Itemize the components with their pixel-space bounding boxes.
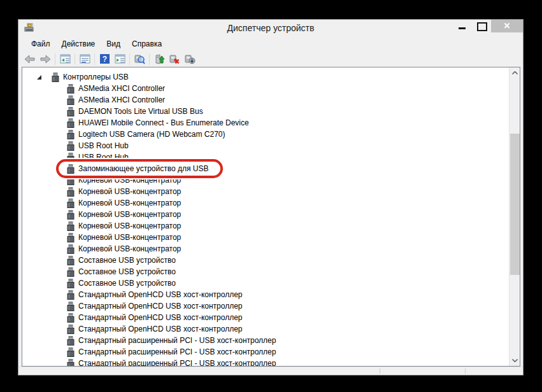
tree-item[interactable]: Составное USB устройство	[67, 277, 509, 289]
tree-item-label: ASMedia XHCI Controller	[78, 95, 165, 104]
usb-device-icon	[67, 153, 75, 162]
tree-item-label: USB Root Hub	[78, 153, 129, 162]
scan-hardware-changes-icon[interactable]	[132, 52, 147, 66]
tree-item[interactable]: HUAWEI Mobile Connect - Bus Enumerate De…	[67, 117, 509, 129]
usb-device-icon	[67, 164, 75, 174]
uninstall-device-icon[interactable]	[167, 52, 182, 66]
usb-device-icon	[67, 210, 75, 220]
disable-device-icon[interactable]	[182, 52, 197, 66]
tree-item[interactable]: Logitech USB Camera (HD Webcam C270)	[67, 129, 509, 140]
tree-item[interactable]: Корневой USB-концентратор	[67, 209, 509, 220]
usb-device-icon	[67, 347, 75, 357]
scroll-up-icon[interactable]	[510, 67, 520, 78]
update-driver-icon[interactable]	[152, 52, 167, 66]
tree-item-label: Стандартный расширенный PCI - USB хост-к…	[78, 336, 276, 345]
tree-item[interactable]: Составное USB устройство	[67, 255, 509, 266]
menu-bar: Файл Действие Вид Справка	[18, 36, 523, 51]
tree-item-label: Корневой USB-концентратор	[78, 187, 181, 196]
tree-item-label: USB Root Hub	[78, 141, 129, 150]
properties-icon[interactable]	[77, 52, 92, 66]
tree-item-label: Корневой USB-концентратор	[78, 221, 181, 230]
usb-device-icon	[67, 95, 75, 105]
tree-item[interactable]: Корневой USB-концентратор	[67, 197, 509, 209]
usb-device-icon	[67, 141, 75, 151]
status-separator	[380, 368, 380, 374]
toolbar: ?	[18, 51, 523, 67]
tree-item[interactable]: Корневой USB-концентратор	[67, 232, 509, 243]
tree-item[interactable]: Корневой USB-концентратор	[67, 186, 509, 197]
usb-device-icon	[67, 84, 75, 94]
tree-item-label: Корневой USB-концентратор	[78, 244, 181, 253]
usb-device-icon	[67, 302, 75, 311]
minimize-button[interactable]	[453, 20, 472, 32]
tree-item-label: Контроллеры USB	[63, 73, 129, 81]
tree-item[interactable]: Корневой USB-концентратор	[67, 243, 509, 255]
tree-item[interactable]: ASMedia XHCI Controller	[67, 83, 509, 94]
tree-item[interactable]: USB Root Hub	[67, 151, 509, 163]
tree-item-usb-controllers[interactable]: Контроллеры USB	[36, 71, 509, 83]
tree-item[interactable]: Стандартный OpenHCD USB хост-контроллер	[67, 312, 509, 323]
usb-device-icon	[67, 359, 75, 367]
usb-device-icon	[67, 187, 75, 197]
tree-item-label: DAEMON Tools Lite Virtual USB Bus	[78, 107, 203, 116]
scroll-down-icon[interactable]	[510, 355, 520, 366]
tree-item-label: Корневой USB-концентратор	[78, 176, 181, 185]
tree-item-label: Запоминающее устройство для USB	[78, 164, 208, 173]
screenshot-background: Диспетчер устройств ✕ Файл Действие Вид …	[0, 0, 542, 392]
vertical-scrollbar[interactable]	[509, 67, 520, 366]
tree-item[interactable]: Стандартный OpenHCD USB хост-контроллер	[67, 300, 509, 312]
tree-item-label: ASMedia XHCI Controller	[78, 84, 165, 93]
usb-device-icon	[67, 199, 75, 208]
usb-device-icon	[52, 73, 59, 82]
status-separator	[465, 368, 466, 374]
usb-device-icon	[67, 107, 75, 116]
device-tree-panel: Контроллеры USB ASMedia XHCI Controller …	[22, 67, 520, 367]
tree-item[interactable]: Корневой USB-концентратор	[67, 174, 509, 186]
tree-item-label: Стандартный OpenHCD USB хост-контроллер	[78, 290, 243, 299]
tree-item-highlighted[interactable]: Запоминающее устройство для USB	[67, 163, 509, 174]
scrollbar-thumb[interactable]	[510, 134, 520, 275]
tree-item[interactable]: Стандартный расширенный PCI - USB хост-к…	[67, 358, 509, 366]
tree-item-label: Корневой USB-концентратор	[78, 210, 181, 219]
tree-item-label: Составное USB устройство	[78, 256, 176, 265]
tree-item-label: Корневой USB-концентратор	[78, 199, 181, 207]
tree-item-label: Стандартный OpenHCD USB хост-контроллер	[78, 313, 243, 322]
toolbar-separator	[94, 53, 95, 65]
action-pane-icon[interactable]	[112, 52, 127, 66]
device-tree: Контроллеры USB ASMedia XHCI Controller …	[22, 67, 509, 366]
tree-item-label: Стандартный OpenHCD USB хост-контроллер	[78, 302, 243, 311]
tree-item[interactable]: Стандартный расширенный PCI - USB хост-к…	[67, 346, 509, 358]
usb-device-icon	[67, 118, 75, 128]
usb-device-icon	[67, 244, 75, 254]
close-button[interactable]: ✕	[491, 20, 523, 32]
collapse-expander-icon[interactable]	[36, 73, 52, 81]
usb-device-icon	[67, 313, 75, 323]
title-bar[interactable]: Диспетчер устройств ✕	[18, 20, 523, 36]
tree-item[interactable]: Составное USB устройство	[67, 266, 509, 277]
tree-item-label: Logitech USB Camera (HD Webcam C270)	[78, 130, 225, 139]
menu-view[interactable]: Вид	[101, 38, 126, 50]
maximize-button[interactable]	[472, 20, 491, 32]
close-icon: ✕	[491, 21, 523, 31]
tree-item-label: Составное USB устройство	[78, 267, 176, 276]
tree-item[interactable]: ASMedia XHCI Controller	[67, 94, 509, 106]
tree-item[interactable]: USB Root Hub	[67, 140, 509, 151]
forward-icon[interactable]	[38, 52, 53, 66]
status-bar	[18, 367, 523, 375]
tree-item-label: Стандартный расширенный PCI - USB хост-к…	[78, 359, 276, 366]
tree-item-label: Корневой USB-концентратор	[78, 233, 181, 242]
usb-device-icon	[67, 176, 75, 185]
toolbar-separator	[129, 53, 130, 65]
show-console-tree-icon[interactable]	[57, 52, 73, 66]
tree-item[interactable]: Корневой USB-концентратор	[67, 220, 509, 232]
menu-action[interactable]: Действие	[56, 38, 101, 50]
tree-item[interactable]: Стандартный расширенный PCI - USB хост-к…	[67, 335, 509, 346]
tree-item-label: Стандартный расширенный PCI - USB хост-к…	[78, 347, 276, 356]
tree-item[interactable]: Стандартный OpenHCD USB хост-контроллер	[67, 323, 509, 335]
tree-item[interactable]: DAEMON Tools Lite Virtual USB Bus	[67, 106, 509, 117]
menu-help[interactable]: Справка	[126, 38, 168, 50]
help-icon[interactable]: ?	[97, 52, 112, 66]
tree-item[interactable]: Стандартный OpenHCD USB хост-контроллер	[67, 289, 509, 300]
menu-file[interactable]: Файл	[25, 38, 56, 50]
back-icon[interactable]	[22, 52, 38, 66]
